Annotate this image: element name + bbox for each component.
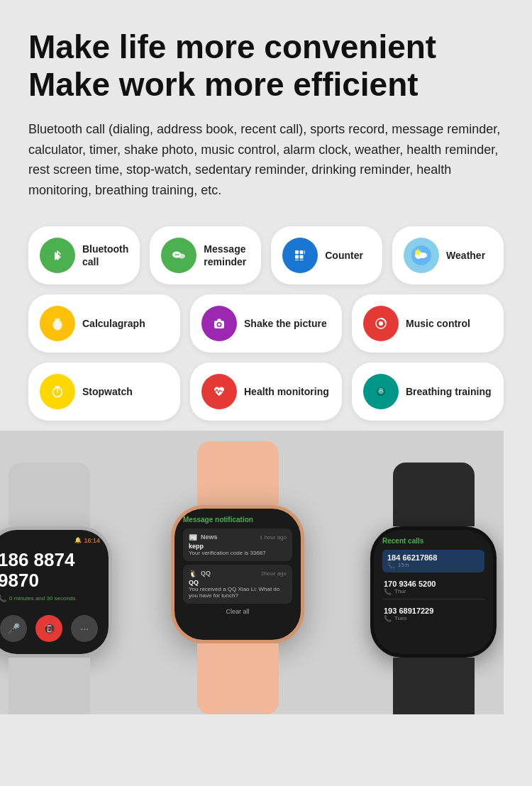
call-action-buttons: 🎤 📵 ··· <box>0 615 100 642</box>
music-control-icon <box>363 306 399 341</box>
call-info-1: 📞 15:h <box>387 562 480 569</box>
features-row-1: Bluetooth call Message reminder <box>28 226 504 284</box>
calculagraph-label: Calculagraph <box>82 317 145 330</box>
pink-watch-case: Message notification 📰 News 1 hour ago k… <box>171 505 304 643</box>
notif-item-qq: 🐧 QQ 2hour ago QQ You received a QQ Xiao… <box>183 565 292 604</box>
page-wrapper: Make life more convenient Make work more… <box>0 0 532 421</box>
feature-shake-picture: Shake the picture <box>190 294 342 353</box>
feature-bluetooth-call: Bluetooth call <box>28 226 140 284</box>
bluetooth-call-label: Bluetooth call <box>82 243 128 268</box>
svg-rect-13 <box>295 260 299 260</box>
call-duration-display: 📞 0 minutes and 30 seconds <box>0 594 100 602</box>
watch-pink-assembly: Message notification 📰 News 1 hour ago k… <box>171 441 304 714</box>
svg-rect-8 <box>295 250 299 254</box>
stopwatch-icon <box>40 374 75 409</box>
watch-white-assembly: 🔔 16:14 186 88749870 📞 0 minutes and 30 … <box>0 463 112 714</box>
call-phone-icon-3: 📞 <box>384 615 392 622</box>
call-number-2: 170 9346 5200 <box>384 580 483 588</box>
black-band-bottom <box>393 658 475 714</box>
pink-band-top <box>197 441 279 505</box>
watches-section: 🔔 16:14 186 88749870 📞 0 minutes and 30 … <box>0 431 504 714</box>
white-band-top <box>9 463 90 526</box>
message-reminder-label: Message reminder <box>204 243 250 268</box>
breathing-training-label: Breathing training <box>406 385 492 398</box>
pink-screen-title: Message notification <box>183 516 292 524</box>
notif-qq-time: 2hour ago <box>261 570 287 577</box>
call-item-3: 193 68917229 📞 Tues <box>382 603 484 626</box>
svg-rect-14 <box>300 260 304 260</box>
counter-icon <box>282 238 318 273</box>
svg-point-30 <box>379 321 383 326</box>
feature-music-control: Music control <box>352 294 504 353</box>
call-number-3: 193 68917229 <box>384 607 483 615</box>
feature-breathing-training: Breathing training <box>352 362 504 421</box>
feature-health-monitoring: Health monitoring <box>190 362 342 421</box>
watch-black-assembly: Recent calls 184 66217868 📞 15:h 170 934… <box>370 463 497 714</box>
white-screen-header: 🔔 16:14 <box>0 537 100 544</box>
svg-point-18 <box>416 250 421 255</box>
svg-rect-9 <box>300 250 304 254</box>
qq-icon: 🐧 <box>189 570 197 577</box>
clear-all-label[interactable]: Clear all <box>183 608 292 615</box>
call-phone-icon-1: 📞 <box>387 562 395 569</box>
notif-qq-header: 🐧 QQ 2hour ago <box>189 570 287 577</box>
notif-qq-app: 🐧 QQ <box>189 570 211 577</box>
weather-label: Weather <box>446 249 485 262</box>
features-row-2: Calculagraph Shake the picture <box>28 294 504 353</box>
notif-item-news: 📰 News 1 hour ago kepp Your verification… <box>183 528 292 561</box>
breathing-training-icon <box>363 374 399 409</box>
more-button[interactable]: ··· <box>71 615 98 642</box>
black-watch-case: Recent calls 184 66217868 📞 15:h 170 934… <box>370 526 497 658</box>
headline-line2: Make work more efficient <box>28 66 419 103</box>
pink-watch-screen: Message notification 📰 News 1 hour ago k… <box>174 509 301 640</box>
svg-rect-12 <box>300 255 304 258</box>
white-band-bottom <box>9 658 90 714</box>
weather-icon <box>404 238 439 273</box>
counter-label: Counter <box>325 249 363 262</box>
call-time-3: Tues <box>394 615 407 621</box>
phone-icon: 📞 <box>0 594 6 602</box>
black-screen-title: Recent calls <box>382 537 484 545</box>
shake-picture-label: Shake the picture <box>244 317 327 330</box>
svg-point-6 <box>178 254 179 255</box>
features-section: Bluetooth call Message reminder <box>28 226 504 421</box>
notif-news-header: 📰 News 1 hour ago <box>189 533 287 541</box>
stopwatch-label: Stopwatch <box>82 385 133 398</box>
svg-rect-11 <box>295 255 299 258</box>
feature-calculagraph: Calculagraph <box>28 294 180 353</box>
call-item-2: 170 9346 5200 📞 Thur <box>382 576 484 599</box>
mute-button[interactable]: 🎤 <box>0 615 27 642</box>
call-info-2: 📞 Thur <box>384 588 483 595</box>
description: Bluetooth call (dialing, address book, r… <box>28 119 504 201</box>
black-band-top <box>393 463 475 526</box>
call-duration-text: 0 minutes and 30 seconds <box>9 595 75 602</box>
health-monitoring-label: Health monitoring <box>244 385 329 398</box>
svg-rect-27 <box>218 319 221 321</box>
health-monitoring-icon <box>201 374 237 409</box>
pink-band-bottom <box>197 643 279 714</box>
svg-rect-10 <box>304 250 305 254</box>
feature-counter: Counter <box>271 226 382 284</box>
feature-message-reminder: Message reminder <box>150 226 261 284</box>
bluetooth-call-icon <box>40 238 75 273</box>
notif-qq-sender: QQ <box>189 579 287 586</box>
calculagraph-icon <box>40 306 75 341</box>
notif-news-time: 1 hour ago <box>260 534 287 541</box>
call-number-1: 184 66217868 <box>387 553 480 562</box>
notif-news-sender: kepp <box>189 543 287 550</box>
white-watch-case: 🔔 16:14 186 88749870 📞 0 minutes and 30 … <box>0 526 112 658</box>
headline: Make life more convenient Make work more… <box>28 28 504 104</box>
headline-line1: Make life more convenient <box>28 28 436 65</box>
news-icon: 📰 <box>189 533 197 541</box>
call-info-3: 📞 Tues <box>384 615 483 622</box>
svg-point-4 <box>175 254 177 255</box>
black-watch-screen: Recent calls 184 66217868 📞 15:h 170 934… <box>374 530 493 654</box>
end-call-button[interactable]: 📵 <box>35 615 62 642</box>
svg-point-5 <box>177 254 178 255</box>
call-time-1: 15:h <box>398 562 409 568</box>
time-icon: 🔔 <box>74 537 82 543</box>
notif-news-app-label: News <box>201 533 218 541</box>
features-row-3: Stopwatch Health monitoring <box>28 362 504 421</box>
svg-point-3 <box>178 253 185 258</box>
shake-picture-icon <box>201 306 237 341</box>
